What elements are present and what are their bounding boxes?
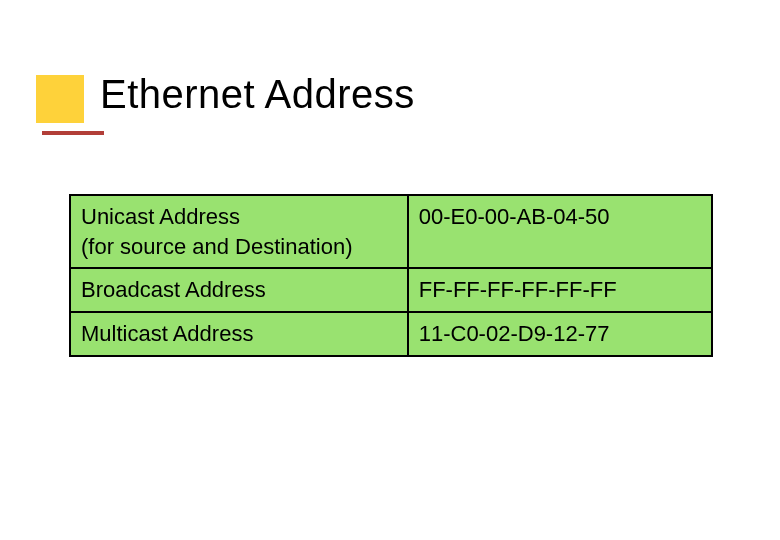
- address-table: Unicast Address (for source and Destinat…: [69, 194, 713, 357]
- table-row: Broadcast Address FF-FF-FF-FF-FF-FF: [70, 268, 712, 312]
- cell-label: Multicast Address: [70, 312, 408, 356]
- title-bullet-square: [36, 75, 84, 123]
- table-row: Unicast Address (for source and Destinat…: [70, 195, 712, 268]
- cell-value: 11-C0-02-D9-12-77: [408, 312, 712, 356]
- table-row: Multicast Address 11-C0-02-D9-12-77: [70, 312, 712, 356]
- cell-value: 00-E0-00-AB-04-50: [408, 195, 712, 268]
- cell-label: Unicast Address (for source and Destinat…: [70, 195, 408, 268]
- page-title: Ethernet Address: [100, 72, 415, 117]
- title-underline: [42, 131, 104, 135]
- cell-label-line1: Unicast Address: [81, 204, 240, 229]
- cell-value: FF-FF-FF-FF-FF-FF: [408, 268, 712, 312]
- cell-label-line2: (for source and Destination): [81, 234, 352, 259]
- cell-label: Broadcast Address: [70, 268, 408, 312]
- slide: Ethernet Address Unicast Address (for so…: [0, 0, 780, 540]
